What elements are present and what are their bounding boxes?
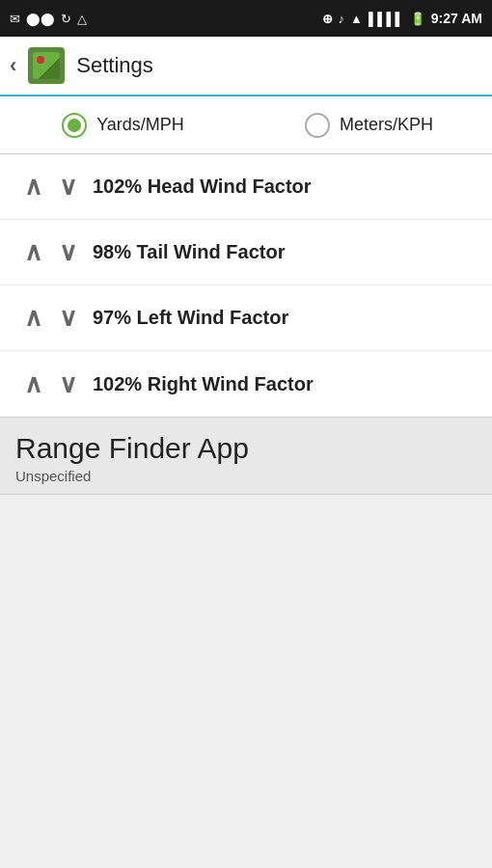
back-button[interactable]: ‹ <box>10 53 16 78</box>
range-finder-subtitle: Unspecified <box>15 468 477 484</box>
wind-label-0: 102% Head Wind Factor <box>93 176 312 198</box>
wind-down-button-2[interactable] <box>50 303 85 333</box>
wind-up-button-3[interactable] <box>15 369 50 399</box>
meters-kph-radio[interactable] <box>305 113 330 138</box>
wind-row: 98% Tail Wind Factor <box>0 220 492 285</box>
wind-row: 97% Left Wind Factor <box>0 285 492 351</box>
target-icon: ⊕ <box>322 12 333 26</box>
yards-mph-radio[interactable] <box>62 113 87 138</box>
status-icons-left: ✉ ⬤⬤ ↻ △ <box>10 12 87 26</box>
wind-up-button-1[interactable] <box>15 237 50 267</box>
unit-selector-row: Yards/MPH Meters/KPH <box>0 96 492 154</box>
voicemail-icon: ⬤⬤ <box>26 12 55 26</box>
sync-icon: ↻ <box>61 12 71 26</box>
signal-icon: ▌▌▌▌ <box>369 12 404 26</box>
yards-mph-option[interactable]: Yards/MPH <box>0 113 246 138</box>
meters-kph-label: Meters/KPH <box>340 115 433 135</box>
battery-icon: 🔋 <box>410 12 425 26</box>
wifi-icon: ▲ <box>350 12 363 26</box>
alert-icon: △ <box>77 12 87 26</box>
wind-down-button-1[interactable] <box>50 237 85 267</box>
meters-kph-option[interactable]: Meters/KPH <box>246 113 492 138</box>
wind-down-button-3[interactable] <box>50 369 85 399</box>
wind-row: 102% Right Wind Factor <box>0 351 492 417</box>
range-finder-section: Range Finder App Unspecified <box>0 418 492 495</box>
action-bar: ‹ Settings <box>0 37 492 96</box>
yards-mph-label: Yards/MPH <box>96 115 184 135</box>
mail-icon: ✉ <box>10 12 20 26</box>
app-icon <box>28 47 65 84</box>
status-bar: ✉ ⬤⬤ ↻ △ ⊕ ♪ ▲ ▌▌▌▌ 🔋 9:27 AM <box>0 0 492 37</box>
wind-label-2: 97% Left Wind Factor <box>93 307 288 329</box>
range-finder-title: Range Finder App <box>15 431 477 466</box>
wind-up-button-2[interactable] <box>15 303 50 333</box>
status-icons-right: ⊕ ♪ ▲ ▌▌▌▌ 🔋 9:27 AM <box>322 11 482 26</box>
no-music-icon: ♪ <box>339 12 345 26</box>
wind-label-1: 98% Tail Wind Factor <box>93 241 285 263</box>
empty-content-area <box>0 495 492 868</box>
wind-down-button-0[interactable] <box>50 172 85 202</box>
page-title: Settings <box>76 53 153 78</box>
wind-factors-section: 102% Head Wind Factor98% Tail Wind Facto… <box>0 154 492 418</box>
time-display: 9:27 AM <box>431 11 482 26</box>
wind-label-3: 102% Right Wind Factor <box>93 373 314 395</box>
wind-up-button-0[interactable] <box>15 172 50 202</box>
wind-row: 102% Head Wind Factor <box>0 154 492 220</box>
